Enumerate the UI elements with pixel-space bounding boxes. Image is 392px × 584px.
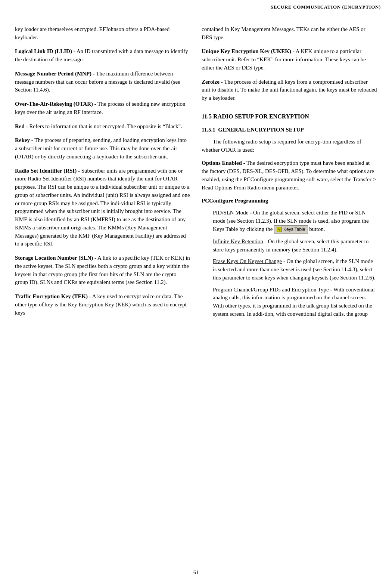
suboption-erase-keys: Erase Keys On Keyset Change - On the glo… <box>213 257 377 282</box>
keys-table-button[interactable]: ✎ Keys Table <box>274 225 308 234</box>
page-number: 61 <box>0 569 392 577</box>
term-red: Red - Refers to information that is not … <box>15 123 190 131</box>
term-sln: Storage Location Number (SLN) - A link t… <box>15 254 190 287</box>
term-rsi: Radio Set Identifier (RSI) - Subscriber … <box>15 167 190 248</box>
term-rekey: Rekey - The process of preparing, sendin… <box>15 136 190 161</box>
pid-sln-title: PID/SLN Mode <box>213 210 248 216</box>
option-options-enabled: Options Enabled - The desired encryption… <box>202 159 377 192</box>
keys-table-label: Keys Table <box>283 226 305 233</box>
suboption-pid-sln: PID/SLN Mode - On the global screen, sel… <box>213 209 377 234</box>
section-heading-11-5: 11.5 RADIO SETUP FOR ENCRYPTION <box>202 112 377 121</box>
term-llid: Logical Link ID (LLID) - An ID transmitt… <box>15 47 190 64</box>
term-ukek: Unique Key Encryption Key (UKEK) - A KEK… <box>202 47 377 72</box>
term-tek: Traffic Encryption Key (TEK) - A key use… <box>15 293 190 317</box>
page-header: SECURE COMMUNICATION (ENCRYPTION) <box>0 0 392 14</box>
continuation-text: key loader are themselves encrypted. EFJ… <box>15 25 190 42</box>
suboption-infinite-key: Infinite Key Retention - On the global s… <box>213 238 377 254</box>
term-mnp: Message Number Period (MNP) - The maximu… <box>15 70 190 94</box>
infinite-key-title: Infinite Key Retention <box>213 238 263 244</box>
tek-continuation: contained in Key Management Messages. TE… <box>202 25 377 42</box>
option-pcconfigure: PCConfigure Programming PID/SLN Mode - O… <box>202 197 377 318</box>
header-title: SECURE COMMUNICATION (ENCRYPTION) <box>271 4 381 10</box>
term-zeroize: Zeroize - The process of deleting all ke… <box>202 78 377 102</box>
left-column: key loader are themselves encrypted. EFJ… <box>15 25 190 324</box>
subsection-heading-11-5-1: 11.5.1 GENERAL ENCRYPTION SETUP <box>202 126 377 134</box>
term-otar: Over-The-Air-Rekeying (OTAR) - The proce… <box>15 100 190 117</box>
erase-keys-title: Erase Keys On Keyset Change <box>213 258 282 264</box>
intro-paragraph: The following radio setup is required fo… <box>202 138 377 154</box>
program-channel-title: Program Channel/Group PIDs and Encryptio… <box>213 287 329 293</box>
right-column: contained in Key Management Messages. TE… <box>202 25 377 324</box>
keys-table-icon: ✎ <box>277 227 282 232</box>
suboption-program-channel: Program Channel/Group PIDs and Encryptio… <box>213 286 377 318</box>
